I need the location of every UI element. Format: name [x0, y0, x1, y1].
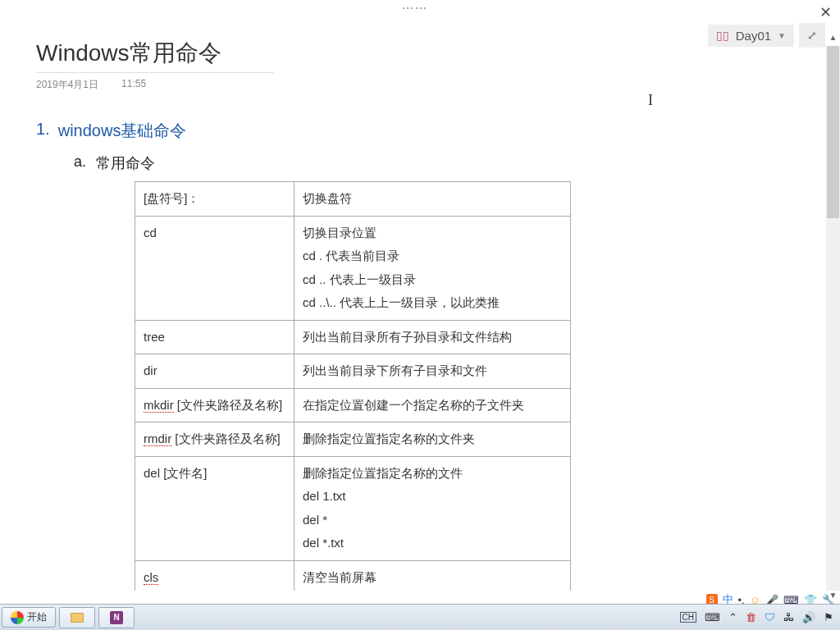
tray-shield-icon[interactable]: 🛡 [765, 611, 775, 623]
table-row[interactable]: cd切换目录位置cd . 代表当前目录cd .. 代表上一级目录cd ..\..… [135, 216, 571, 320]
table-row[interactable]: del [文件名]删除指定位置指定名称的文件del 1.txtdel *del … [135, 456, 571, 560]
cmd-cell[interactable]: tree [135, 320, 294, 354]
table-row[interactable]: mkdir [文件夹路径及名称]在指定位置创建一个指定名称的子文件夹 [135, 388, 571, 422]
table-row[interactable]: dir列出当前目录下所有子目录和文件 [135, 354, 571, 389]
task-explorer[interactable] [59, 607, 95, 628]
h1-text: windows基础命令 [58, 120, 187, 142]
tray-volume-icon[interactable]: 🔊 [802, 611, 815, 623]
folder-icon [71, 613, 84, 623]
close-icon[interactable]: ✕ [819, 3, 832, 21]
note-body[interactable]: Windows常用命令 2019年4月1日 11:55 1. windows基础… [0, 33, 825, 591]
language-indicator[interactable]: CH [680, 612, 696, 623]
tray-flag-icon[interactable]: ⚑ [824, 611, 833, 623]
task-onenote[interactable]: N [98, 607, 135, 628]
page-date: 2019年4月1日 [36, 78, 98, 92]
h1-number: 1. [36, 120, 50, 142]
desc-cell[interactable]: 删除指定位置指定名称的文件del 1.txtdel *del *.txt [294, 456, 571, 560]
taskbar: 开始 N CH ⌨ ⌃ 🗑 🛡 🖧 🔊 ⚑ [0, 604, 840, 630]
table-row[interactable]: cls清空当前屏幕 [135, 560, 571, 591]
desc-cell[interactable]: 切换目录位置cd . 代表当前目录cd .. 代表上一级目录cd ..\.. 代… [294, 216, 571, 320]
scroll-up-icon[interactable]: ▲ [826, 33, 840, 46]
cmd-cell[interactable]: [盘符号]： [135, 182, 294, 217]
tray-chevron-icon[interactable]: ⌃ [728, 611, 737, 623]
table-row[interactable]: rmdir [文件夹路径及名称]删除指定位置指定名称的文件夹 [135, 422, 571, 457]
windows-orb-icon [11, 611, 24, 624]
desc-cell[interactable]: 列出当前目录所有子孙目录和文件结构 [294, 320, 571, 354]
cmd-cell[interactable]: dir [135, 354, 294, 389]
table-row[interactable]: tree列出当前目录所有子孙目录和文件结构 [135, 320, 571, 354]
heading-2[interactable]: a. 常用命令 [74, 153, 792, 173]
table-row[interactable]: [盘符号]：切换盘符 [135, 182, 571, 217]
vertical-scrollbar[interactable]: ▲ ▼ [826, 46, 840, 591]
h2-number: a. [74, 153, 86, 173]
scrollbar-thumb[interactable] [827, 46, 839, 218]
start-button[interactable]: 开始 [2, 607, 56, 628]
tray-network-icon[interactable]: 🖧 [783, 611, 794, 623]
h2-text: 常用命令 [96, 153, 155, 173]
desc-cell[interactable]: 删除指定位置指定名称的文件夹 [294, 422, 571, 457]
tray-keyboard-icon[interactable]: ⌨ [705, 611, 720, 623]
desc-cell[interactable]: 列出当前目录下所有子目录和文件 [294, 354, 571, 389]
cmd-cell[interactable]: cls [135, 560, 294, 591]
onenote-icon: N [110, 611, 123, 624]
cmd-cell[interactable]: del [文件名] [135, 456, 294, 560]
start-label: 开始 [27, 610, 47, 624]
tray-delete-icon[interactable]: 🗑 [746, 611, 756, 623]
cmd-cell[interactable]: cd [135, 216, 294, 320]
desc-cell[interactable]: 清空当前屏幕 [294, 560, 571, 591]
commands-table[interactable]: [盘符号]：切换盘符cd切换目录位置cd . 代表当前目录cd .. 代表上一级… [135, 181, 571, 591]
heading-1[interactable]: 1. windows基础命令 [36, 120, 792, 142]
page-time: 11:55 [121, 78, 146, 92]
page-title[interactable]: Windows常用命令 [36, 38, 274, 73]
drag-handle-dots: ⋯⋯ [402, 2, 428, 15]
cmd-cell[interactable]: mkdir [文件夹路径及名称] [135, 388, 294, 422]
page-meta: 2019年4月1日 11:55 [36, 78, 792, 92]
desc-cell[interactable]: 在指定位置创建一个指定名称的子文件夹 [294, 388, 571, 422]
cmd-cell[interactable]: rmdir [文件夹路径及名称] [135, 422, 294, 457]
desc-cell[interactable]: 切换盘符 [294, 182, 571, 217]
